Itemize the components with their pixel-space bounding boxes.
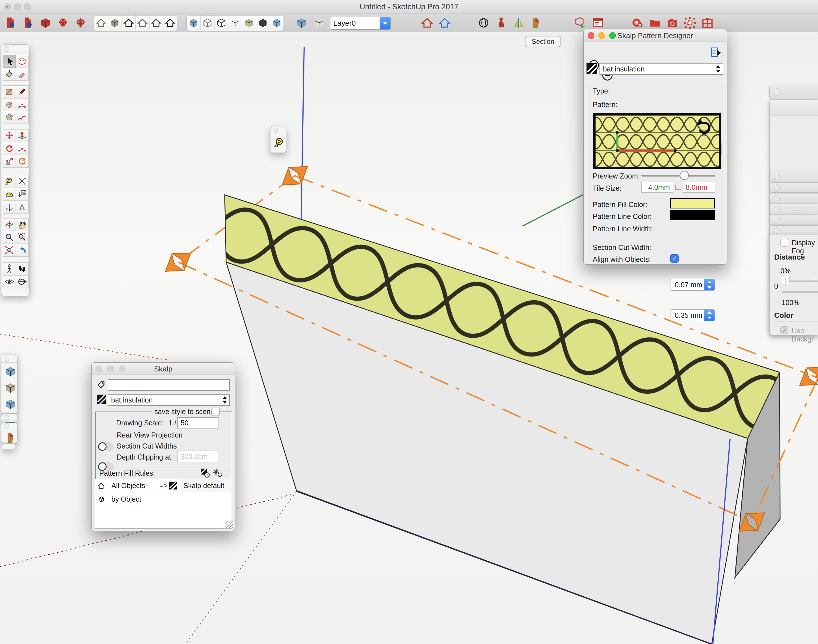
collapsed-palette-strip[interactable] bbox=[1, 444, 16, 449]
tray-toggle-icon[interactable] bbox=[773, 227, 780, 234]
view-front-button[interactable] bbox=[122, 15, 136, 30]
import-model-button[interactable] bbox=[38, 15, 54, 31]
tray-collapsed-bar[interactable] bbox=[769, 172, 818, 182]
tray-toggle-icon[interactable] bbox=[773, 206, 780, 212]
pattern-designer-titlebar[interactable]: Skalp Pattern Designer bbox=[584, 29, 727, 41]
fog-panel-header[interactable] bbox=[769, 225, 818, 236]
arc-tool[interactable] bbox=[16, 98, 29, 111]
rule-settings-gear-icon[interactable] bbox=[212, 468, 223, 478]
skalp-section-cut-tool[interactable] bbox=[3, 430, 18, 446]
face-me-component-button[interactable] bbox=[493, 15, 509, 31]
view-iso-button[interactable] bbox=[94, 15, 108, 30]
rotate-tool[interactable] bbox=[3, 142, 16, 155]
tray-collapsed-bar[interactable] bbox=[769, 204, 818, 214]
component-browser-button[interactable] bbox=[437, 15, 452, 31]
rule-row[interactable]: All Objects => Skalp default bbox=[95, 479, 231, 493]
previous-view-tool[interactable] bbox=[16, 244, 29, 256]
tray-toggle-icon[interactable] bbox=[773, 195, 780, 201]
push-pull-tool[interactable] bbox=[16, 129, 29, 142]
pattern-preview[interactable] bbox=[593, 113, 721, 169]
resize-grip[interactable] bbox=[225, 521, 233, 529]
add-rule-icon[interactable] bbox=[200, 468, 210, 478]
save-style-checkbox[interactable] bbox=[211, 408, 220, 416]
intersect-tool[interactable] bbox=[3, 380, 18, 396]
solid-tools-header[interactable] bbox=[2, 354, 17, 363]
face-style-back-edges-button[interactable] bbox=[201, 15, 215, 30]
model-info-button[interactable] bbox=[3, 15, 18, 31]
protractor-tool[interactable] bbox=[3, 188, 16, 201]
dimension-tool[interactable] bbox=[16, 175, 29, 188]
palette-close-icon[interactable] bbox=[4, 46, 9, 52]
preview-zoom-slider[interactable] bbox=[641, 175, 715, 176]
scene-tab-section[interactable]: Section bbox=[525, 36, 561, 47]
fill-color-swatch[interactable] bbox=[670, 198, 715, 209]
palette-close-icon[interactable] bbox=[4, 356, 9, 362]
pattern-library-dropdown[interactable]: bat insulation bbox=[600, 63, 723, 75]
stepper-icon[interactable] bbox=[704, 279, 715, 290]
window-titlebar[interactable]: Untitled - SketchUp Pro 2017 bbox=[0, 0, 818, 14]
depth-clipping-input[interactable]: 300.0cm bbox=[177, 451, 219, 462]
section-palette-header[interactable] bbox=[2, 423, 17, 429]
layer-dropdown[interactable]: Layer0 bbox=[330, 17, 391, 30]
fog-end-slider[interactable] bbox=[782, 291, 818, 293]
face-style-wireframe-button[interactable] bbox=[215, 15, 228, 30]
skalp-titlebar[interactable]: Skalp bbox=[92, 363, 235, 375]
rear-view-projection-toggle[interactable] bbox=[98, 442, 113, 451]
collapsed-palette[interactable] bbox=[1, 414, 17, 422]
pan-tool[interactable] bbox=[16, 218, 29, 231]
ruby-console-button[interactable] bbox=[73, 15, 88, 31]
position-camera-tool[interactable] bbox=[3, 263, 16, 275]
view-outline-button[interactable] bbox=[163, 15, 177, 30]
tray-toggle-icon[interactable] bbox=[773, 88, 781, 96]
style-dropdown[interactable]: bat insulation bbox=[108, 394, 230, 406]
tray-collapsed-bar[interactable] bbox=[769, 85, 818, 100]
move-tool[interactable] bbox=[3, 129, 16, 142]
walk-tool[interactable] bbox=[16, 263, 29, 275]
measure-palette-header[interactable] bbox=[271, 127, 286, 134]
outer-shell-tool[interactable] bbox=[3, 363, 18, 379]
skalp-export-button[interactable] bbox=[572, 15, 588, 31]
align-with-objects-checkbox[interactable]: ✓ bbox=[670, 254, 679, 263]
zoom-extents-tool[interactable] bbox=[3, 244, 16, 256]
add-location-button[interactable] bbox=[476, 15, 492, 31]
palette-close-icon[interactable] bbox=[4, 423, 9, 429]
palette-close-icon[interactable] bbox=[273, 128, 278, 133]
section-compass-tool[interactable] bbox=[16, 275, 29, 288]
tray-collapsed-bar[interactable] bbox=[769, 193, 818, 203]
rectangle-tool[interactable] bbox=[3, 86, 16, 98]
display-fog-checkbox[interactable] bbox=[780, 239, 788, 247]
face-style-xray-button[interactable] bbox=[187, 15, 201, 30]
extension-warehouse-button[interactable] bbox=[55, 15, 71, 31]
face-style-shaded-button[interactable] bbox=[242, 15, 256, 30]
stepper-icon[interactable] bbox=[704, 310, 715, 321]
follow-me-tool[interactable] bbox=[16, 142, 29, 155]
face-style-textured-button[interactable] bbox=[256, 15, 270, 30]
skalp-folder-button[interactable] bbox=[647, 15, 663, 31]
face-style-hidden-line-button[interactable] bbox=[228, 15, 242, 30]
eraser-tool[interactable] bbox=[16, 68, 29, 81]
tile-height-input[interactable]: 8.0mm bbox=[683, 182, 715, 193]
preview-zoom-slider-handle[interactable] bbox=[680, 171, 689, 180]
circle-tool[interactable] bbox=[3, 98, 16, 111]
cut-width-dropdown[interactable]: 0.35 mm bbox=[670, 309, 715, 321]
tray-collapsed-bar[interactable] bbox=[769, 182, 818, 193]
select-tool[interactable] bbox=[3, 55, 16, 68]
3d-text-tool[interactable] bbox=[16, 201, 29, 213]
offset-tool[interactable] bbox=[16, 155, 29, 167]
view-side-button[interactable] bbox=[108, 15, 122, 30]
palette-close-icon[interactable] bbox=[4, 415, 9, 421]
text-tool[interactable] bbox=[16, 188, 29, 201]
line-tool[interactable] bbox=[16, 86, 29, 98]
orbit-tool[interactable] bbox=[3, 218, 16, 231]
zoom-tool[interactable] bbox=[3, 231, 16, 244]
skalp-camera-button[interactable] bbox=[664, 15, 680, 31]
skalp-dialog-button[interactable] bbox=[590, 15, 606, 31]
scale-tool[interactable] bbox=[3, 155, 16, 167]
view-top-button[interactable] bbox=[136, 15, 149, 30]
use-background-checkbox[interactable]: ✓ bbox=[780, 326, 788, 334]
tape-measure-tool[interactable] bbox=[3, 175, 16, 188]
entity-info-header[interactable]: Solid Group (1 bbox=[770, 100, 818, 116]
axes-tool[interactable] bbox=[3, 201, 16, 213]
edit-component-button[interactable] bbox=[419, 15, 435, 31]
paint-bucket-tool[interactable] bbox=[3, 68, 16, 81]
